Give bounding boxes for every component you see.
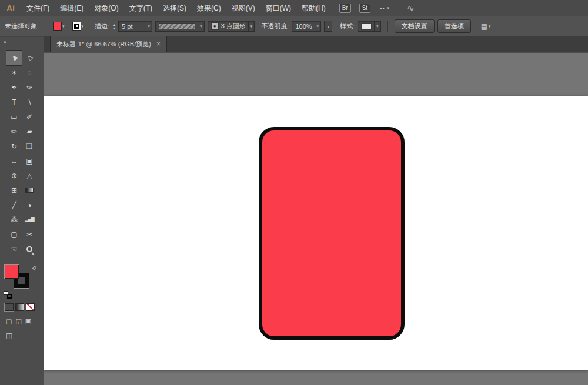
- drawing-mode-buttons: ▢◱▣: [6, 317, 44, 325]
- eraser-tool[interactable]: ▰: [22, 124, 37, 139]
- gradient-button[interactable]: [15, 303, 24, 311]
- menu-effect[interactable]: 效果(C): [192, 0, 226, 16]
- chevron-down-icon: ▾: [146, 21, 151, 31]
- brush-name: 3 点圆形: [221, 22, 246, 31]
- app-logo: Ai: [0, 0, 21, 16]
- draw-normal-button[interactable]: ▢: [6, 317, 12, 325]
- shape-builder-tool[interactable]: ⊕: [6, 168, 22, 183]
- stock-button[interactable]: St: [359, 4, 370, 13]
- chevron-down-icon: ▾: [387, 6, 390, 11]
- preferences-button[interactable]: 首选项: [437, 19, 471, 33]
- draw-behind-button[interactable]: ◱: [15, 317, 21, 325]
- scale-tool[interactable]: ❏: [22, 139, 37, 153]
- color-mode-buttons: [5, 303, 44, 311]
- style-preview: [361, 23, 372, 30]
- screen-mode-button[interactable]: ◫: [6, 332, 12, 340]
- lasso-tool[interactable]: ◌: [22, 65, 37, 80]
- stepper-down-icon[interactable]: ▾: [113, 26, 115, 30]
- opacity-label[interactable]: 不透明度:: [261, 22, 289, 31]
- document-tab-title: 未标题-1* @ 66.67% (RGB/预览): [56, 40, 151, 49]
- stroke-weight-stepper[interactable]: ▴ ▾: [113, 23, 115, 30]
- brush-preview-icon: ●: [211, 22, 219, 30]
- menu-view[interactable]: 视图(V): [226, 0, 260, 16]
- draw-inside-button[interactable]: ▣: [25, 317, 31, 325]
- hand-tool[interactable]: ☜: [6, 242, 22, 256]
- opacity-panel-button[interactable]: ›: [324, 21, 332, 32]
- cs-live-icon[interactable]: ∿: [407, 3, 415, 14]
- document-tab[interactable]: 未标题-1* @ 66.67% (RGB/预览) ×: [50, 36, 167, 52]
- color-button[interactable]: [5, 303, 14, 311]
- illustrator-window: Ai 文件(F)编辑(E)对象(O)文字(T)选择(S)效果(C)视图(V)窗口…: [0, 0, 588, 385]
- style-combo[interactable]: ▾: [358, 21, 381, 32]
- menu-window[interactable]: 窗口(W): [260, 0, 296, 16]
- mesh-tool[interactable]: ⊞: [6, 183, 22, 197]
- pencil-tool[interactable]: ✏: [6, 124, 22, 139]
- stroke-label[interactable]: 描边:: [95, 22, 109, 31]
- fill-color-control[interactable]: ▾: [53, 22, 65, 31]
- menu-edit[interactable]: 编辑(E): [55, 0, 89, 16]
- free-transform-tool[interactable]: ▣: [22, 153, 37, 168]
- arrange-documents-button[interactable]: ▪▪ ▾: [380, 5, 389, 11]
- menu-select[interactable]: 选择(S): [158, 0, 192, 16]
- none-button[interactable]: [26, 303, 35, 311]
- paintbrush-tool[interactable]: ✐: [22, 109, 37, 124]
- zoom-tool[interactable]: [22, 242, 37, 256]
- stroke-swatch[interactable]: [72, 22, 81, 31]
- bridge-button[interactable]: Br: [339, 4, 351, 13]
- fill-swatch[interactable]: [53, 22, 62, 31]
- perspective-grid-tool[interactable]: △: [22, 168, 37, 183]
- symbol-sprayer-tool[interactable]: ⁂: [6, 212, 22, 227]
- stroke-weight-value: 5 pt: [122, 23, 132, 30]
- chevron-down-icon: ▾: [374, 21, 379, 31]
- document-tab-bar: 未标题-1* @ 66.67% (RGB/预览) ×: [44, 36, 588, 52]
- menu-help[interactable]: 帮助(H): [296, 0, 331, 16]
- direct-selection-tool[interactable]: ▷: [22, 51, 37, 65]
- width-profile-preview: [159, 23, 195, 29]
- opacity-combo[interactable]: 100% ▾: [292, 21, 321, 32]
- eyedropper-tool[interactable]: ╱: [6, 197, 22, 212]
- tools-panel: « ▶ ▷ ✶ ◌ ✒ ✑ T ∖ ▭: [0, 36, 44, 385]
- rotate-tool[interactable]: ↻: [6, 139, 22, 153]
- type-tool[interactable]: T: [6, 95, 22, 109]
- width-profile-combo[interactable]: ▾: [155, 21, 205, 32]
- chevron-down-icon: ▾: [198, 21, 202, 31]
- default-colors-icon[interactable]: [4, 291, 12, 299]
- menu-list: 文件(F)编辑(E)对象(O)文字(T)选择(S)效果(C)视图(V)窗口(W)…: [21, 0, 331, 16]
- brush-definition-combo[interactable]: ● 3 点圆形 ▾: [208, 21, 255, 32]
- control-bar: 未选择对象 ▾ ▾ 描边: ▴ ▾ 5 pt ▾ ▾ ● 3 点圆形 ▾ 不透明…: [0, 16, 588, 36]
- chevron-down-icon: ▾: [489, 24, 491, 29]
- red-rounded-rectangle[interactable]: [259, 127, 405, 340]
- menu-type[interactable]: 文字(T): [124, 0, 158, 16]
- menu-object[interactable]: 对象(O): [89, 0, 123, 16]
- chevron-down-icon: ▾: [82, 24, 84, 29]
- chevron-down-icon: ▾: [248, 21, 253, 31]
- rectangle-tool[interactable]: ▭: [6, 109, 22, 124]
- stroke-weight-combo[interactable]: 5 pt ▾: [118, 21, 152, 32]
- canvas-pasteboard: [44, 53, 588, 385]
- gradient-tool[interactable]: [22, 183, 37, 197]
- chevron-down-icon: ▾: [62, 24, 65, 29]
- swap-fill-stroke-icon[interactable]: ⇄: [30, 264, 38, 272]
- close-icon[interactable]: ×: [156, 41, 161, 47]
- width-tool[interactable]: ↔: [6, 153, 22, 168]
- magic-wand-tool[interactable]: ✶: [6, 65, 22, 80]
- document-setup-button[interactable]: 文档设置: [395, 19, 435, 33]
- arrange-documents-icon: ▪▪: [380, 5, 385, 11]
- artboard-tool[interactable]: ▢: [6, 227, 22, 242]
- selection-tool[interactable]: ▶: [6, 51, 22, 65]
- column-graph-tool[interactable]: ▂▅▇: [22, 212, 37, 227]
- blend-tool[interactable]: ◑: [22, 197, 37, 212]
- pen-tool[interactable]: ✒: [6, 80, 22, 95]
- tool-grid: ▶ ▷ ✶ ◌ ✒ ✑ T ∖ ▭ ✐: [0, 51, 44, 256]
- align-options-icon: ▤: [481, 22, 487, 31]
- stroke-color-control[interactable]: ▾: [72, 22, 84, 31]
- curvature-tool[interactable]: ✑: [22, 80, 37, 95]
- line-segment-tool[interactable]: ∖: [22, 95, 37, 109]
- collapse-panel-icon[interactable]: «: [0, 37, 44, 46]
- align-options-control[interactable]: ▤ ▾: [481, 22, 491, 31]
- fill-color-box[interactable]: [5, 265, 19, 279]
- divider: [387, 21, 388, 32]
- menubar: Ai 文件(F)编辑(E)对象(O)文字(T)选择(S)效果(C)视图(V)窗口…: [0, 0, 588, 16]
- menu-file[interactable]: 文件(F): [21, 0, 55, 16]
- slice-tool[interactable]: ✂: [22, 227, 37, 242]
